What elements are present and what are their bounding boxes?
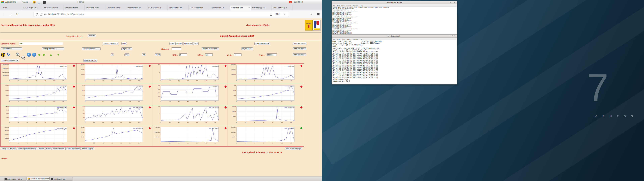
update-button[interactable]: Update [176,42,183,45]
tags-fits-dropdown[interactable]: Tags & Fits [122,48,132,50]
ymin-input[interactable] [234,54,242,56]
back-button[interactable]: ← [3,13,6,16]
spectrum-cell-aida06[interactable]: 02040608010012015001000500aida06 Stat [76,84,152,105]
hamburger-menu-icon[interactable] [317,14,320,14]
scroll-down-icon[interactable]: ▼ [27,52,31,57]
pan-left-icon[interactable]: ◀ [38,52,42,57]
new-button[interactable]: new [124,54,129,56]
enable-logging-button[interactable]: Enable Logging [81,147,94,150]
minimize-icon[interactable]: ─ [450,35,452,37]
linear-button[interactable]: linear [155,54,161,56]
send-log-window-to-elog-button[interactable]: Send Log Window to Elog [17,147,37,150]
zoom-in-icon[interactable]: + [16,52,19,56]
url-text[interactable]: localhost:8015/Spectrum/Spectrum.tml [48,13,84,16]
firefox-launcher-icon[interactable] [33,1,36,4]
reset-button[interactable]: Reset [45,147,52,150]
channel-input[interactable] [172,48,181,50]
spectrum-cell-aida03[interactable]: 02040608010012010050aida03 Stat [152,64,228,84]
url-bar[interactable]: localhost:8015/Spectrum/Spectrum.tml 80%… [34,12,289,17]
acquisition-server-select[interactable]: aida09 [88,34,96,37]
arrange-functions-dropdown[interactable]: Arrange functions [42,48,64,50]
terminal-menu-edit[interactable]: Edit [337,38,340,40]
spectrum-cell-aida02[interactable]: 020406080100120300002000010000aida02 Sta… [76,64,152,84]
what-are-these-button[interactable]: What are these? [293,48,306,50]
browser-tab[interactable]: System wide Ch [209,6,230,10]
zero-button[interactable]: Zero [193,42,198,45]
browser-tab[interactable]: Plot Temperatur [188,6,209,10]
multi-button[interactable]: multi [122,42,127,45]
clock[interactable]: Sat 20:43 [294,1,302,3]
browser-tab[interactable]: LED and Wavefo [43,6,64,10]
spectrum-cell-aida04[interactable]: 020406080100120600000040000002000000aida… [228,64,304,84]
auto-update-button[interactable]: Auto Update ON [83,59,97,62]
page-info-icon[interactable] [40,13,42,16]
pan-right-icon[interactable]: ▶ [43,52,47,57]
show-button[interactable]: Show [170,42,176,45]
select-spectrum-dropdown[interactable]: Select a spectrum [103,42,118,45]
browser-tab[interactable]: Lost activity mo [64,6,84,10]
layout-id-dropdown[interactable]: Layout ID=2 [241,48,253,50]
terminal-menu-search[interactable]: Search [346,38,351,40]
spectrum-cell-aida01[interactable]: 0204060801001204000000003000000002000000… [0,64,76,84]
minimize-icon[interactable]: ─ [450,2,452,3]
xmin-input[interactable] [180,54,187,56]
terminal-output[interactable]: loading Spectrum.tcl > can not find chan… [332,6,457,36]
taskbar-button[interactable]: Spectrum Browser @ carme-gs... [27,177,50,180]
zoom-out-icon[interactable]: − [22,56,25,59]
browser-tab[interactable]: Run Control @ c [272,6,292,10]
distro-menu-icon[interactable] [1,1,4,3]
show-variables-button[interactable]: Show Variables [52,147,65,150]
how-to-use-button[interactable]: How to use this page [285,147,302,150]
show-log-window-button[interactable]: Show Log Window [66,147,81,150]
pan-down-icon[interactable]: ▼ [57,52,61,57]
what-are-these-button[interactable]: What are these? [293,54,306,56]
spectrum-cell-aida08[interactable]: 020406080100120750050002500aida08 Stat [228,84,304,105]
update-rate-dropdown[interactable]: Update Rate (4 secs) [1,59,19,62]
spectrum-cell-aida05[interactable]: 02040608010012015000100005000aida05 Stat [0,84,76,105]
spectra-functions-dropdown[interactable]: Spectra functions [254,42,270,45]
places-menu[interactable]: Places [22,1,28,3]
reload-button[interactable]: ↻ [16,13,18,16]
terminal-menu-edit[interactable]: Edit [337,5,340,7]
number-of-galleries-dropdown[interactable]: Number of Galleries [202,48,219,50]
terminal-titlebar[interactable]: AIDA MIDAS HTTPd ─□× [332,1,457,4]
spectrum-cell-aida11[interactable]: 02040608010012010050aida11 Stat [152,105,228,126]
all-button[interactable]: all [142,54,146,56]
radiation-icon[interactable] [1,52,5,57]
taskbar-button[interactable]: AIDA MIDAS HTTPd [4,177,26,180]
terminal-menu-view[interactable]: View [342,5,344,7]
spectrum-name-input[interactable] [19,42,63,45]
view-functions-dropdown[interactable]: View functions [1,48,22,50]
close-icon[interactable]: × [454,2,456,3]
reader-mode-icon[interactable] [270,13,272,16]
spectrum-cell-aida14[interactable]: 020406080100120600004000020000aida14 Sta… [76,126,152,147]
terminal-menu-terminal[interactable]: Terminal [353,38,358,40]
browser-tab[interactable]: ASIC Control @ [147,6,168,10]
home-link[interactable]: Home [1,157,7,160]
browser-tab[interactable]: GSI White Rabbi [105,6,126,10]
overflow-menu-icon[interactable]: » [310,13,312,15]
reload-button[interactable]: Reload [38,147,45,150]
ymax-input[interactable] [267,54,277,56]
applications-menu[interactable]: Applications [5,1,16,3]
terminal-menu-help[interactable]: Help [360,38,363,40]
xmax-input[interactable] [205,54,213,56]
terminal-menu-terminal[interactable]: Terminal [353,5,358,7]
terminal-menu-view[interactable]: View [342,38,344,40]
shield-icon[interactable] [36,13,38,16]
browser-tab[interactable]: Statistics @ car [251,6,272,10]
spectrum-cell-aida10[interactable]: 02040608010012020015010050aida10 Stat [76,105,152,126]
zoom-level-badge[interactable]: 80% [275,13,280,16]
forward-button[interactable]: → [9,13,12,16]
browser-tab[interactable]: Discriminator co [126,6,147,10]
terminal-menu-file[interactable]: File [333,5,336,7]
browser-tab[interactable]: Temperature an [168,6,188,10]
terminal-menu-search[interactable]: Search [346,5,351,7]
analysis-functions-dropdown[interactable]: Analysis functions [82,48,100,50]
scroll-up-icon[interactable]: ▲ [32,52,36,57]
active-app-label[interactable]: Firefox [78,1,84,3]
tab-close-icon[interactable]: × [248,6,250,9]
refresh-icon[interactable]: ↻ [6,52,10,57]
close-icon[interactable]: × [454,35,456,37]
connection-icon[interactable] [44,13,47,16]
